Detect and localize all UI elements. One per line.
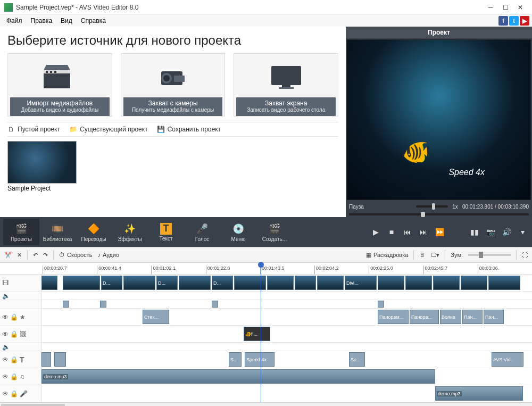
svg-rect-10	[271, 66, 301, 85]
image-icon: 🖼	[20, 330, 26, 338]
video-clip[interactable]	[488, 276, 520, 290]
speed-rate: 1x	[452, 204, 458, 210]
effect-clip[interactable]: Волна	[440, 310, 461, 324]
play-button[interactable]: ▶	[369, 226, 382, 238]
secondary-toolbar: ✂️ ✕ ↶ ↷ ⏱Скорость ♪Аудио ▦Раскадровка 🎚…	[0, 247, 532, 263]
close-button[interactable]: ✕	[513, 2, 528, 13]
blank-project[interactable]: 🗋Пустой проект	[7, 126, 60, 133]
svg-rect-11	[282, 85, 290, 87]
tab-projects[interactable]: 🎬Проекты	[3, 219, 39, 245]
storyboard-button[interactable]: ▦Раскадровка	[366, 252, 408, 259]
tab-produce[interactable]: 🎬Создать...	[256, 219, 293, 245]
time-ruler[interactable]: 00:00:20.7 00:00:41.4 00:01:02.1 00:01:2…	[0, 263, 532, 275]
fit-button[interactable]: ⛶	[522, 252, 528, 258]
video-clip[interactable]	[295, 276, 316, 290]
audio-clip[interactable]: demo.mp3	[41, 369, 435, 384]
existing-project[interactable]: 📁Существующий проект	[70, 126, 148, 133]
text-clip[interactable]: Speed 4x	[245, 352, 275, 367]
tab-voice[interactable]: 🎤Голос	[184, 219, 220, 245]
undo-button[interactable]: ↶	[33, 252, 38, 259]
maximize-button[interactable]: ☐	[498, 2, 513, 13]
delete-button[interactable]: ✕	[17, 252, 22, 259]
project-thumbnail[interactable]: Sample Project	[7, 141, 77, 192]
zoom-slider[interactable]	[468, 254, 511, 256]
storyboard-icon: ▦	[366, 252, 371, 259]
effect-clip[interactable]: Панора...	[410, 310, 439, 324]
transition-clip[interactable]	[100, 301, 106, 308]
effect-clip[interactable]: Пан...	[484, 310, 504, 324]
horizontal-scrollbar[interactable]	[0, 402, 532, 406]
video-clip[interactable]	[405, 276, 432, 290]
transition-clip[interactable]	[63, 301, 69, 308]
fx-icon: ★	[20, 313, 26, 321]
svg-marker-1	[44, 65, 70, 70]
text-clip[interactable]: S...	[229, 352, 242, 367]
panel-heading: Выберите источник для нового проекта	[7, 33, 338, 48]
effect-clip[interactable]: Стек...	[143, 310, 169, 324]
video-clip[interactable]: Divi...	[345, 276, 377, 290]
tab-transitions[interactable]: 🔶Переходы	[76, 219, 112, 245]
audio-button[interactable]: ♪Аудио	[98, 252, 120, 258]
card-title: Захват с камеры	[124, 100, 222, 107]
video-clip[interactable]	[63, 276, 100, 290]
transition-clip[interactable]	[378, 301, 384, 308]
tab-effects[interactable]: ✨Эффекты	[112, 219, 148, 245]
video-clip[interactable]: D...	[156, 276, 178, 290]
text-clip[interactable]	[41, 352, 51, 367]
video-clip[interactable]	[179, 276, 211, 290]
tab-library[interactable]: 🎞️Библиотека	[39, 219, 76, 245]
speed-slider[interactable]	[416, 205, 448, 208]
folder-icon: 📁	[70, 126, 77, 133]
video-clip[interactable]	[123, 276, 155, 290]
cut-button[interactable]: ✂️	[4, 252, 12, 259]
aspect-button[interactable]: 🖵▾	[430, 252, 439, 259]
card-import[interactable]: Импорт медиафайловДобавить видео и аудио…	[7, 53, 112, 117]
menu-edit[interactable]: Правка	[27, 16, 57, 26]
step-button[interactable]: ⏩	[433, 226, 446, 238]
svg-point-8	[163, 75, 170, 81]
menu-view[interactable]: Вид	[56, 16, 77, 26]
menu-file[interactable]: Файл	[2, 16, 27, 26]
more-button[interactable]: ▾	[516, 226, 529, 238]
tab-text[interactable]: TТекст	[148, 219, 184, 245]
tab-menu[interactable]: 💿Меню	[220, 219, 256, 245]
card-screen[interactable]: Захват экранаЗаписать видео рабочего сто…	[234, 53, 338, 117]
seek-bar[interactable]	[349, 213, 529, 216]
menu-help[interactable]: Справка	[77, 16, 110, 26]
video-clip[interactable]	[41, 276, 57, 290]
text-clip[interactable]	[54, 352, 66, 367]
split-button[interactable]: ▮▮	[468, 226, 481, 238]
text-clip[interactable]: So...	[349, 352, 365, 367]
video-clip[interactable]: D...	[101, 276, 122, 290]
voice-clip[interactable]: demo.mp3	[435, 386, 523, 401]
video-clip[interactable]	[378, 276, 404, 290]
minimize-button[interactable]: ─	[483, 2, 498, 13]
video-track-body[interactable]: D... D... D... Divi...	[41, 275, 532, 291]
redo-button[interactable]: ↷	[43, 252, 48, 259]
next-button[interactable]: ⏭	[417, 226, 430, 238]
video-clip[interactable]	[267, 276, 294, 290]
card-camera[interactable]: Захват с камерыПолучить медиафайлы с кам…	[121, 53, 226, 117]
youtube-icon[interactable]: ▶	[520, 16, 529, 26]
playhead[interactable]	[261, 263, 261, 402]
video-clip[interactable]	[317, 276, 344, 290]
facebook-icon[interactable]: f	[498, 16, 508, 26]
video-clip[interactable]	[461, 276, 487, 290]
overlay-clip[interactable]: 🐠fi...	[244, 327, 270, 341]
effect-clip[interactable]: Панорам...	[378, 310, 409, 324]
snapshot-button[interactable]: 📷	[484, 226, 497, 238]
text-clip[interactable]: AVS Vid...	[492, 352, 523, 367]
effect-clip[interactable]: Пан...	[462, 310, 483, 324]
speed-button[interactable]: ⏱Скорость	[59, 252, 93, 258]
preview-viewport[interactable]: 🐠 Speed 4x	[347, 39, 531, 200]
prev-button[interactable]: ⏮	[401, 226, 414, 238]
twitter-icon[interactable]: t	[509, 16, 519, 26]
video-clip[interactable]: D...	[212, 276, 233, 290]
stop-button[interactable]: ■	[385, 226, 398, 238]
video-clip[interactable]	[433, 276, 460, 290]
volume-button[interactable]: 🔊	[500, 226, 513, 238]
save-project[interactable]: 💾Сохранить проект	[157, 126, 221, 133]
video-clip[interactable]	[234, 276, 266, 290]
volume-mix-button[interactable]: 🎚	[419, 252, 425, 258]
transition-clip[interactable]	[212, 301, 218, 308]
